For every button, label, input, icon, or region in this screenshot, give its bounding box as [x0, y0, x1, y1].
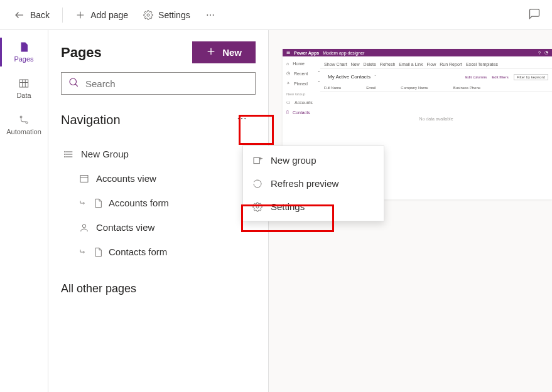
svg-point-32	[256, 206, 259, 208]
svg-point-24	[65, 154, 65, 154]
rail-automation[interactable]: Automation	[0, 107, 48, 143]
gear-icon	[252, 202, 263, 212]
subitem-arrow-icon	[78, 199, 87, 207]
add-page-label: Add page	[90, 10, 128, 20]
rail-pages-label: Pages	[14, 55, 33, 63]
rail-data[interactable]: Data	[0, 70, 48, 107]
toolbar-separator	[62, 8, 63, 23]
new-button-label: New	[222, 47, 242, 58]
arrow-left-icon	[14, 9, 25, 21]
automation-icon	[18, 114, 30, 125]
navigation-heading: Navigation	[61, 113, 121, 127]
ellipsis-icon	[236, 113, 247, 127]
nav-group[interactable]: New Group	[61, 144, 256, 164]
document-icon	[92, 247, 104, 257]
search-box[interactable]	[61, 72, 256, 95]
ctx-new-group[interactable]: New group	[243, 149, 384, 172]
gear-icon	[143, 10, 153, 20]
nav-item-accounts-view[interactable]: Accounts view	[61, 168, 256, 189]
toolbar-more-button[interactable]	[199, 6, 222, 24]
person-icon	[78, 223, 90, 233]
svg-point-15	[70, 78, 77, 85]
group-icon	[63, 149, 75, 159]
preview-brand: Power Apps	[294, 51, 319, 55]
svg-rect-7	[19, 80, 28, 87]
nav-item-label: Accounts view	[96, 173, 156, 184]
preview-header: ☰ Power Apps Modern app designer ? ◔	[283, 49, 552, 56]
ctx-settings[interactable]: Settings	[243, 195, 384, 218]
navigation-context-menu: New group Refresh preview Settings	[242, 146, 384, 221]
nav-item-contacts-view[interactable]: Contacts view	[61, 217, 256, 238]
document-icon	[92, 198, 104, 208]
avatar-icon: ◔	[544, 50, 548, 55]
panel-title: Pages	[61, 45, 102, 61]
svg-point-23	[65, 151, 65, 152]
help-icon: ?	[538, 51, 541, 55]
chat-icon	[528, 11, 541, 22]
plus-icon	[75, 10, 85, 20]
search-input[interactable]	[85, 78, 249, 89]
nav-item-label: Accounts form	[109, 198, 169, 208]
subitem-arrow-icon	[78, 248, 87, 256]
back-button[interactable]: Back	[8, 6, 56, 24]
nav-item-label: Contacts view	[96, 222, 154, 233]
all-other-pages-heading: All other pages	[61, 282, 256, 295]
nav-item-label: Contacts form	[109, 246, 167, 257]
rail-pages[interactable]: Pages	[0, 34, 48, 70]
nav-item-contacts-form[interactable]: Contacts form	[61, 241, 256, 262]
svg-point-3	[147, 14, 149, 16]
settings-button-top[interactable]: Settings	[137, 6, 197, 24]
new-button[interactable]: New	[192, 41, 256, 63]
svg-point-25	[65, 156, 65, 157]
svg-point-6	[212, 14, 214, 16]
svg-point-4	[207, 14, 208, 16]
ctx-refresh-label: Refresh preview	[271, 178, 338, 189]
add-page-button[interactable]: Add page	[69, 6, 134, 24]
svg-point-5	[210, 14, 211, 16]
back-label: Back	[30, 10, 50, 20]
refresh-icon	[252, 179, 263, 189]
svg-point-12	[26, 122, 28, 124]
ctx-settings-label: Settings	[271, 201, 305, 212]
plus-icon	[206, 46, 216, 58]
navigation-more-button[interactable]	[228, 107, 256, 132]
new-group-icon	[252, 156, 263, 166]
nav-item-accounts-form[interactable]: Accounts form	[61, 193, 256, 213]
ctx-refresh-preview[interactable]: Refresh preview	[243, 172, 384, 195]
table-icon	[78, 174, 90, 184]
preview-app-name: Modern app designer	[323, 51, 364, 55]
svg-line-16	[75, 84, 78, 87]
hamburger-icon: ☰	[286, 50, 290, 55]
svg-point-18	[241, 118, 242, 119]
ctx-new-group-label: New group	[271, 155, 317, 166]
svg-point-28	[82, 224, 85, 227]
svg-point-11	[20, 116, 22, 118]
svg-point-17	[238, 118, 239, 119]
search-icon	[68, 77, 79, 90]
svg-point-19	[244, 118, 246, 119]
svg-rect-26	[80, 175, 88, 182]
rail-automation-label: Automation	[6, 128, 41, 135]
rail-data-label: Data	[16, 92, 31, 99]
settings-label-top: Settings	[158, 10, 190, 20]
data-icon	[18, 78, 30, 89]
nav-group-label: New Group	[81, 149, 129, 159]
pages-icon	[18, 41, 30, 53]
comments-button[interactable]	[524, 4, 544, 26]
ellipsis-icon	[205, 10, 215, 20]
svg-rect-29	[254, 157, 259, 163]
